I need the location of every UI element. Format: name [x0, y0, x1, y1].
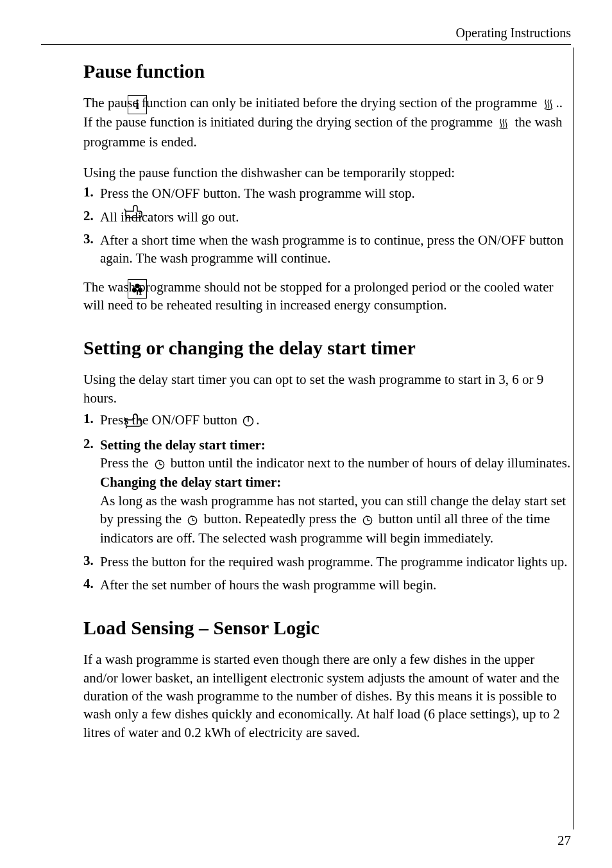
step-num: 3.	[83, 231, 94, 247]
header-section-title: Operating Instructions	[41, 26, 571, 40]
svg-point-2	[138, 288, 142, 292]
right-margin-rule	[573, 48, 574, 829]
step-num: 2.	[83, 208, 94, 224]
main-content: Pause function i The pause function can …	[41, 60, 571, 742]
step-num: 3.	[83, 553, 94, 569]
page-number: 27	[557, 833, 571, 849]
delay-heading: Setting or changing the delay start time…	[83, 337, 571, 359]
clock-icon	[186, 511, 199, 529]
pause-clover-note: The wash programme should not be stopped…	[83, 278, 571, 315]
delay-step-4: 4. After the set number of hours the was…	[83, 576, 571, 594]
clock-icon	[361, 511, 374, 529]
delay-s2-title: Setting the delay start timer:	[100, 437, 266, 453]
delay-s2-p1b: button until the indicator next to the n…	[167, 455, 571, 471]
pause-info-p1: The pause function can only be initiated…	[83, 95, 541, 110]
pause-heading: Pause function	[83, 60, 571, 82]
delay-s1-a: Press the ON/OFF button	[100, 412, 241, 428]
pause-step-1: 1. Press the ON/OFF button. The wash pro…	[83, 184, 571, 202]
pause-intro: Using the pause function the dishwasher …	[83, 164, 571, 182]
load-heading: Load Sensing – Sensor Logic	[83, 617, 571, 639]
delay-step-1: 1. Press the ON/OFF button .	[83, 411, 571, 430]
step-text: Press the button for the required wash p…	[100, 554, 568, 569]
page-container: Operating Instructions Pause function i …	[0, 0, 612, 770]
power-icon	[242, 412, 255, 430]
svg-point-1	[132, 288, 137, 292]
info-icon: i	[124, 95, 150, 114]
pause-info-para: The pause function can only be initiated…	[83, 94, 571, 151]
load-para: If a wash programme is started even thou…	[83, 650, 571, 742]
step-num: 4.	[83, 576, 94, 592]
step-text: Press the ON/OFF button. The wash progra…	[100, 186, 415, 201]
pause-step-2: 2. All indicators will go out.	[83, 208, 571, 226]
step-num: 1.	[83, 411, 94, 427]
pause-clover-block: The wash programme should not be stopped…	[83, 278, 571, 315]
step-text: After the set number of hours the wash p…	[100, 577, 436, 593]
clock-icon	[153, 455, 166, 473]
step-text: Press the ON/OFF button .	[100, 412, 260, 428]
pause-info-block: i The pause function can only be initiat…	[83, 94, 571, 151]
delay-s1-b: .	[256, 412, 259, 428]
header: Operating Instructions	[41, 26, 571, 45]
delay-step-2: 2. Setting the delay start timer: Press …	[83, 436, 571, 548]
delay-intro: Using the delay start timer you can opt …	[83, 370, 571, 407]
svg-point-0	[135, 284, 139, 288]
clover-icon	[124, 279, 150, 299]
delay-steps-block: 1. Press the ON/OFF button . 2. Setting …	[83, 411, 571, 594]
pause-steps-block: Using the pause function the dishwasher …	[83, 164, 571, 268]
delay-s2-title2: Changing the delay start timer:	[100, 474, 281, 490]
pause-step-3: 3. After a short time when the wash prog…	[83, 231, 571, 268]
step-text: After a short time when the wash program…	[100, 232, 564, 266]
delay-step-3: 3. Press the button for the required was…	[83, 553, 571, 571]
step-text: All indicators will go out.	[100, 209, 239, 225]
svg-rect-3	[137, 290, 138, 295]
step-text: Setting the delay start timer: Press the…	[100, 436, 571, 548]
step-num: 2.	[83, 436, 94, 452]
delay-s2-p2b: button. Repeatedly press the	[200, 511, 359, 526]
delay-s2-p1a: Press the	[100, 455, 152, 471]
step-num: 1.	[83, 184, 94, 200]
steam-icon	[497, 114, 510, 132]
steam-icon	[542, 95, 555, 113]
